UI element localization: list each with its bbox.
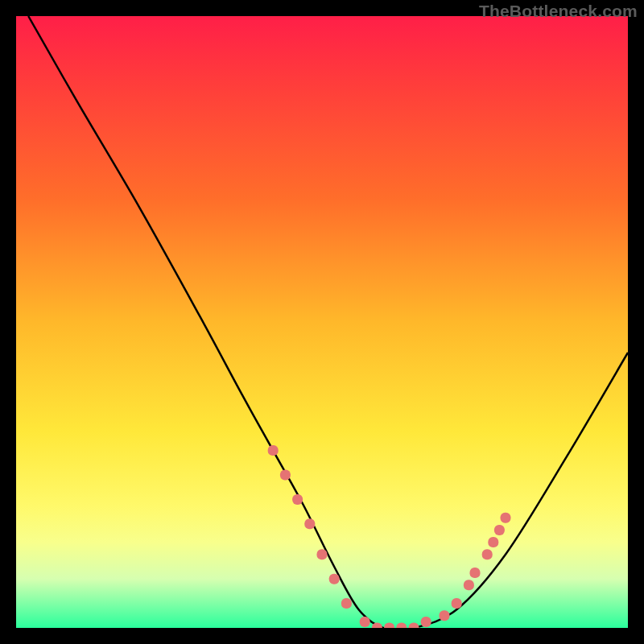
- highlight-dot: [292, 494, 303, 505]
- highlight-dot: [470, 568, 481, 578]
- highlight-dot: [317, 549, 328, 559]
- highlight-dot: [304, 518, 315, 529]
- highlight-dot: [341, 598, 352, 609]
- bottleneck-curve-path: [28, 16, 628, 628]
- highlight-dot: [464, 580, 474, 590]
- highlight-dot: [494, 525, 505, 535]
- highlight-dot: [482, 549, 493, 559]
- curve-svg: [16, 16, 628, 628]
- highlight-dot: [452, 598, 462, 609]
- highlight-dot: [501, 513, 511, 523]
- highlight-dot: [488, 537, 498, 547]
- highlight-dot: [396, 623, 407, 629]
- highlight-dot: [268, 445, 279, 456]
- watermark-text: TheBottleneck.com: [479, 2, 638, 21]
- highlight-dot: [329, 574, 340, 584]
- highlight-dot: [280, 470, 291, 481]
- highlight-dot: [409, 623, 419, 629]
- highlight-dot: [440, 610, 450, 621]
- highlight-dot: [360, 617, 370, 627]
- plot-area: [16, 16, 628, 628]
- highlight-dot: [421, 617, 431, 627]
- bottleneck-curve: [28, 16, 628, 628]
- chart-frame: TheBottleneck.com: [0, 0, 644, 644]
- highlight-markers: [268, 445, 511, 628]
- highlight-dot: [384, 623, 394, 629]
